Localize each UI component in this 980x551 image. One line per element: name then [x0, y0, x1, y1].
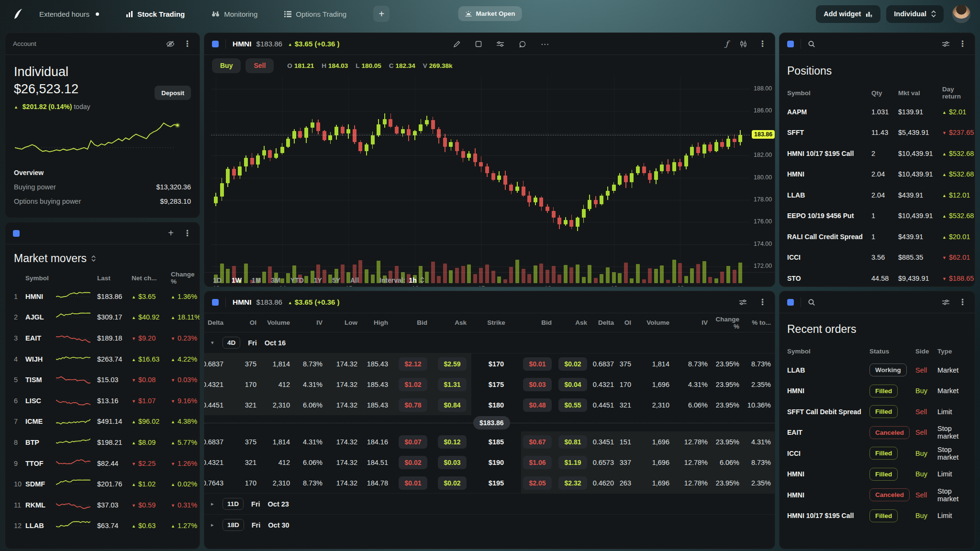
bid-price-button[interactable]: $0.01 — [399, 476, 427, 490]
position-row-ICCI[interactable]: ICCI3.56$885.35▼$62.01 — [780, 247, 975, 268]
ask-price-button[interactable]: $0.04 — [558, 378, 587, 391]
ask-price-button[interactable]: $1.31 — [438, 378, 467, 391]
options-row-strike-180[interactable]: 0.44513212,3106.06%174.32185.43$0.78$0.8… — [204, 395, 775, 415]
options-symbol[interactable]: HMNI — [233, 298, 252, 307]
ask-price-button[interactable]: $2.32 — [558, 476, 587, 490]
account-menu-kebab-icon[interactable]: ⋮ — [183, 39, 192, 49]
candlestick-chart-plot[interactable]: 188.00186.00184.00182.00180.00178.00176.… — [211, 76, 757, 283]
tab-options-trading[interactable]: Options Trading — [284, 10, 346, 18]
ask-price-button[interactable]: $0.55 — [558, 398, 587, 412]
chart-menu-kebab-icon[interactable]: ⋮ — [758, 39, 767, 49]
indicators-tune-icon[interactable] — [496, 41, 504, 47]
ask-price-button[interactable]: $1.19 — [558, 456, 587, 469]
positions-menu-kebab-icon[interactable]: ⋮ — [958, 39, 967, 49]
ask-price-button[interactable]: $0.81 — [558, 435, 587, 449]
order-row-HMNI[interactable]: HMNI 10/17 $195 CallFilledBuyLimit — [780, 506, 975, 527]
order-row-LLAB[interactable]: LLABWorkingSellMarket — [780, 360, 975, 381]
market-movers-row-BTP[interactable]: 8BTP$198.21▲$8.09▲5.77% — [5, 432, 200, 453]
fx-indicator-icon[interactable]: ƒ — [725, 39, 728, 48]
market-movers-row-EAIT[interactable]: 3EAIT$189.18▼$9.20▼0.23% — [5, 328, 200, 349]
market-movers-row-TTOF[interactable]: 9TTOF$82.44▼$2.25▼1.26% — [5, 453, 200, 474]
ask-price-button[interactable]: $0.84 — [438, 398, 467, 412]
expiry-row-4D[interactable]: ▾4DFriOct 16 — [204, 332, 775, 353]
add-widget-button[interactable]: Add widget — [816, 5, 880, 23]
sell-button[interactable]: Sell — [245, 58, 274, 73]
order-row-HMNI[interactable]: HMNIFilledBuyLimit — [780, 464, 975, 485]
range-button-5y[interactable]: 5Y — [332, 276, 340, 284]
order-row-HMNI[interactable]: HMNIFilledBuyMarket — [780, 381, 975, 402]
bid-price-button[interactable]: $0.78 — [399, 398, 427, 412]
widget-drag-handle[interactable] — [787, 299, 794, 306]
bid-price-button[interactable]: $2.12 — [399, 357, 427, 371]
position-row-HMNI[interactable]: HMNI2.04$10,439.91▲$532.68 — [780, 164, 975, 185]
bid-price-button[interactable]: $0.03 — [523, 378, 552, 391]
deposit-button[interactable]: Deposit — [155, 86, 191, 100]
position-row-EEPO[interactable]: EEPO 10/19 $456 Put1$10,439.91▲$532.68 — [780, 206, 975, 227]
filter-tune-icon[interactable] — [739, 299, 747, 306]
add-workspace-tab-button[interactable]: + — [373, 6, 390, 22]
ask-price-button[interactable]: $0.02 — [558, 357, 587, 371]
widget-drag-handle[interactable] — [212, 41, 219, 47]
draw-pencil-icon[interactable] — [453, 40, 461, 48]
order-row-HMNI[interactable]: HMNICanceledSellStop market — [780, 485, 975, 506]
ask-price-button[interactable]: $0.12 — [438, 435, 467, 449]
eye-off-icon[interactable] — [166, 41, 175, 47]
market-movers-row-SDMF[interactable]: 10SDMF$201.76▲$1.02▲0.02% — [5, 474, 200, 495]
market-movers-row-WIJH[interactable]: 4WIJH$263.74▲$16.63▲4.22% — [5, 349, 200, 370]
widget-drag-handle[interactable] — [212, 299, 219, 306]
more-tools-ellipsis-icon[interactable]: ⋯ — [541, 39, 549, 49]
market-movers-row-ICME[interactable]: 7ICME$491.14▲$96.02▲4.38% — [5, 411, 200, 432]
position-row-RALI[interactable]: RALI Call Credit Spread1$439.91▲$20.01 — [780, 226, 975, 247]
sort-updown-icon[interactable] — [91, 255, 96, 262]
bid-price-button[interactable]: $0.01 — [523, 357, 552, 371]
market-movers-title-row[interactable]: Market movers — [5, 244, 200, 267]
position-row-STO[interactable]: STO44.58$9,439.91▼$188.65 — [780, 268, 975, 287]
ask-price-button[interactable]: $2.59 — [438, 357, 467, 371]
range-button-3m[interactable]: 3M — [271, 276, 280, 284]
position-row-HMNI[interactable]: HMNI 10/17 $195 Call2$10,439.91▲$532.68 — [780, 143, 975, 164]
order-row-EAIT[interactable]: EAITCanceledSellStop market — [780, 422, 975, 443]
extended-hours-toggle[interactable]: Extended hours — [39, 10, 99, 18]
orders-menu-kebab-icon[interactable]: ⋮ — [958, 297, 967, 307]
position-row-LLAB[interactable]: LLAB2.04$439.91▲$12.01 — [780, 185, 975, 206]
expiry-row-18D[interactable]: ▸18DFriOct 30 — [204, 514, 775, 535]
range-button-all[interactable]: All — [350, 276, 359, 284]
market-movers-row-HMNI[interactable]: 1HMNI$183.86▲$3.65▲1.36% — [5, 286, 200, 307]
columns-tune-icon[interactable] — [942, 41, 950, 47]
search-icon[interactable] — [808, 298, 815, 306]
account-selector-dropdown[interactable]: Individual — [886, 5, 944, 23]
options-menu-kebab-icon[interactable]: ⋮ — [758, 297, 767, 307]
bid-price-button[interactable]: $0.02 — [399, 456, 427, 469]
search-icon[interactable] — [808, 40, 815, 48]
range-button-1m[interactable]: 1M — [252, 276, 261, 284]
tab-stock-trading[interactable]: Stock Trading — [126, 10, 185, 18]
widget-drag-handle[interactable] — [13, 230, 20, 237]
options-row-strike-185[interactable]: 0.68373751,8144.31%174.32184.16$0.07$0.1… — [204, 431, 775, 452]
position-row-SFFT[interactable]: SFFT11.43$5,439.91▼$237.65 — [780, 122, 975, 143]
market-movers-row-AJGL[interactable]: 2AJGL$309.17▲$40.92▲18.11% — [5, 307, 200, 328]
options-row-strike-190[interactable]: 0.43213214126.06%174.32184.51$0.02$0.03$… — [204, 452, 775, 473]
ask-price-button[interactable]: $0.03 — [438, 456, 467, 469]
options-row-strike-170[interactable]: 0.68373751,8148.73%174.32185.43$2.12$2.5… — [204, 353, 775, 374]
shape-square-icon[interactable] — [475, 41, 482, 47]
expiry-row-11D[interactable]: ▸11DFriOct 23 — [204, 493, 775, 514]
market-movers-row-TISM[interactable]: 5TISM$15.03▼$0.08▼0.03% — [5, 369, 200, 390]
market-movers-row-LLAB[interactable]: 12LLAB$63.74▲$0.63▲1.27% — [5, 516, 200, 537]
bid-price-button[interactable]: $2.05 — [523, 476, 552, 490]
chart-symbol[interactable]: HMNI — [233, 40, 252, 48]
range-button-1y[interactable]: 1Y — [314, 276, 322, 284]
columns-tune-icon[interactable] — [942, 299, 950, 306]
bid-price-button[interactable]: $0.67 — [523, 435, 552, 449]
range-button-ytd[interactable]: YTD — [290, 276, 304, 284]
range-button-1d[interactable]: 1D — [213, 276, 222, 284]
range-button-1w[interactable]: 1W — [232, 276, 242, 284]
order-row-SFFT[interactable]: SFFT Call Debit SpreadFilledSellLimit — [780, 401, 975, 422]
bid-price-button[interactable]: $0.07 — [399, 435, 427, 449]
add-symbol-plus-icon[interactable]: + — [168, 228, 174, 239]
ask-price-button[interactable]: $0.02 — [438, 476, 467, 490]
candlestick-style-icon[interactable] — [740, 40, 747, 48]
market-movers-row-LISC[interactable]: 6LISC$13.16▼$1.07▼9.16% — [5, 390, 200, 411]
widget-drag-handle[interactable] — [787, 41, 794, 47]
options-row-strike-175[interactable]: 0.43211704124.31%174.32185.43$1.02$1.31$… — [204, 374, 775, 395]
buy-button[interactable]: Buy — [212, 58, 241, 73]
